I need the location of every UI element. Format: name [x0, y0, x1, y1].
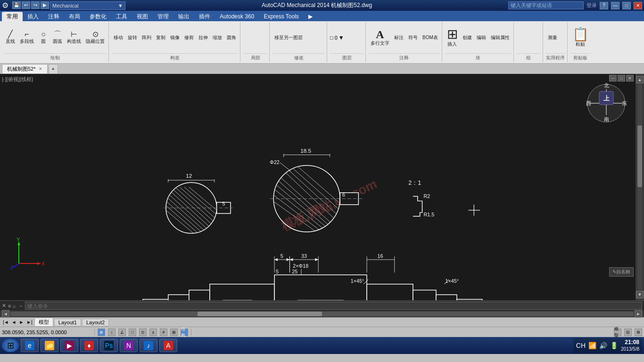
quick-save[interactable]: 💾: [12, 1, 21, 9]
status-snap-icon[interactable]: ⊕: [98, 329, 105, 336]
btn-paste[interactable]: 📋粘贴: [570, 24, 591, 52]
btn-circle[interactable]: ○圆: [37, 30, 50, 46]
scroll-down-btn[interactable]: ▼: [636, 291, 644, 298]
maximize-btn[interactable]: □: [622, 2, 631, 9]
btn-hide-pos[interactable]: ⊙隐藏位置: [84, 30, 107, 46]
auto-name-btn[interactable]: ✎自名称: [609, 267, 634, 277]
quick-undo[interactable]: ↩: [22, 1, 30, 9]
btn-multiline-text[interactable]: A多行文字: [369, 24, 391, 52]
layer-dropdown-arrow[interactable]: ▼: [339, 34, 344, 41]
status-osnap-icon[interactable]: ⊙: [139, 329, 147, 336]
hscroll-track[interactable]: [10, 312, 634, 316]
btn-construct-line[interactable]: ⊢构造线: [65, 30, 83, 46]
taskbar-photoshop[interactable]: Ps: [100, 339, 118, 352]
right-scrollbar[interactable]: ▲ ▼: [636, 74, 644, 300]
tab-parametric[interactable]: 参数化: [85, 12, 111, 21]
btn-polyline[interactable]: ⌐多段线: [18, 30, 36, 46]
layout-nav-next[interactable]: ►: [19, 320, 24, 325]
btn-dimension[interactable]: 标注: [392, 31, 405, 44]
btn-edit-block[interactable]: 编辑: [475, 31, 488, 44]
btn-array[interactable]: 阵列: [140, 31, 153, 44]
hscroll-left-btn[interactable]: ◄: [2, 310, 9, 318]
tray-battery[interactable]: 🔋: [610, 342, 618, 349]
help-btn[interactable]: ?: [600, 2, 608, 9]
layout-tab-model[interactable]: 模型: [34, 318, 53, 327]
status-lw-icon[interactable]: ⊞: [170, 329, 178, 336]
tab-plugins[interactable]: 插件: [194, 12, 215, 21]
tray-network[interactable]: 📶: [588, 342, 596, 349]
hscroll-right-btn[interactable]: ►: [635, 310, 642, 318]
tab-layout[interactable]: 布局: [64, 12, 85, 21]
status-3d-icon[interactable]: ±: [149, 329, 157, 336]
taskbar-app1[interactable]: ♦: [80, 339, 98, 352]
canvas-area[interactable]: [-][俯视][线框] — □ ✕ 模板,网站,uit.com: [0, 74, 644, 300]
layout-nav-last[interactable]: ►|: [26, 320, 33, 325]
close-btn[interactable]: ✕: [634, 2, 642, 9]
tab-tools[interactable]: 工具: [111, 12, 132, 21]
layout-nav-first[interactable]: |◄: [3, 320, 9, 325]
tray-lang[interactable]: CH: [576, 342, 586, 349]
layout-nav-prev[interactable]: ◄: [12, 320, 17, 325]
tab-home[interactable]: 常用: [2, 12, 23, 21]
tab-insert[interactable]: 插入: [23, 12, 43, 21]
product-dropdown[interactable]: Mechanical: [52, 3, 79, 8]
status-model-icon[interactable]: 模型: [614, 329, 621, 336]
layout-tab-layout2[interactable]: Layout2: [82, 319, 109, 326]
minimize-btn[interactable]: —: [611, 2, 619, 9]
btn-create-block[interactable]: 创建: [461, 31, 474, 44]
login-btn[interactable]: 登录: [586, 2, 597, 9]
drawing-tab-active[interactable]: 机械制图52* ✕: [2, 64, 48, 74]
search-input[interactable]: 键入关键字或短语: [511, 2, 552, 9]
status-polar-icon[interactable]: □: [129, 329, 136, 336]
layout-tab-layout1[interactable]: Layout1: [54, 319, 81, 326]
status-viewport-icon[interactable]: ⊟: [624, 329, 632, 336]
drawing-tab-close[interactable]: ✕: [39, 66, 42, 71]
btn-bom[interactable]: BOM表: [421, 31, 440, 44]
cmd-search-btn[interactable]: ⌕: [13, 303, 16, 309]
taskbar-explorer[interactable]: 📁: [41, 339, 58, 352]
tab-manage[interactable]: 管理: [153, 12, 173, 21]
btn-insert-block[interactable]: ⊞插入: [445, 24, 460, 52]
start-button[interactable]: ⊞: [2, 339, 19, 352]
btn-trim[interactable]: 修剪: [182, 31, 196, 44]
taskbar-media[interactable]: ▶: [60, 339, 78, 352]
status-ortho-icon[interactable]: ∠: [118, 329, 126, 336]
cmd-close-btn[interactable]: ✕: [2, 303, 6, 309]
scroll-thumb[interactable]: [637, 125, 642, 187]
btn-stretch[interactable]: 拉伸: [197, 31, 210, 44]
status-struct-icon[interactable]: 结构: [181, 329, 188, 336]
tab-more[interactable]: ▶: [304, 12, 317, 21]
btn-copy[interactable]: 复制: [154, 31, 167, 44]
taskbar-onenote[interactable]: N: [120, 339, 138, 352]
scroll-up-btn[interactable]: ▲: [636, 76, 644, 83]
btn-symbol[interactable]: 符号: [406, 31, 420, 44]
btn-fillet[interactable]: 圆角: [225, 31, 238, 44]
taskbar-autocad[interactable]: A: [159, 339, 177, 352]
status-dyn-icon[interactable]: #: [160, 329, 167, 336]
btn-move[interactable]: 移动: [112, 31, 125, 44]
clock[interactable]: 21:08 2013/5/8: [621, 339, 639, 353]
quick-redo[interactable]: ↪: [31, 1, 40, 9]
cmd-menu-btn[interactable]: ≡: [8, 303, 11, 309]
tab-annotate[interactable]: 注释: [43, 12, 64, 21]
status-settings-icon[interactable]: ⚙: [635, 329, 642, 336]
btn-move2layer[interactable]: 移至另一图层: [272, 31, 305, 44]
tab-expresstools[interactable]: Express Tools: [259, 12, 303, 21]
btn-mirror[interactable]: 镜像: [168, 31, 182, 44]
drawing-tab-new[interactable]: +: [49, 64, 58, 74]
tab-view[interactable]: 视图: [132, 12, 153, 21]
btn-measure[interactable]: 测量: [546, 31, 559, 44]
tab-autodesk360[interactable]: Autodesk 360: [215, 12, 259, 21]
taskbar-ie[interactable]: e: [21, 339, 39, 352]
taskbar-music[interactable]: ♪: [140, 339, 157, 352]
btn-arc[interactable]: ⌒圆弧: [51, 30, 64, 46]
product-dropdown-arrow[interactable]: ▼: [118, 3, 123, 8]
command-input[interactable]: [25, 302, 642, 310]
hscroll-thumb[interactable]: [198, 312, 322, 316]
status-grid-icon[interactable]: ↕: [108, 329, 116, 336]
btn-edit-attr[interactable]: 编辑属性: [489, 31, 512, 44]
tab-output[interactable]: 输出: [173, 12, 194, 21]
btn-line[interactable]: ╱直线: [4, 30, 17, 46]
btn-scale[interactable]: 缩放: [211, 31, 224, 44]
quick-run[interactable]: ▶: [41, 1, 49, 9]
